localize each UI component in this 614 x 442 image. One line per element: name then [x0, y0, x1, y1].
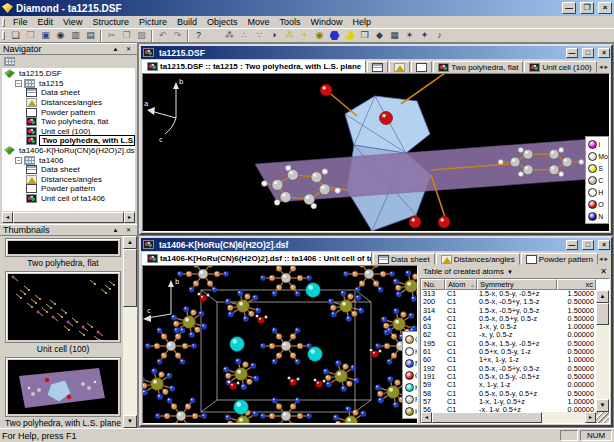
thumbnails-vscrollbar[interactable]: ▲ ▼	[123, 236, 137, 428]
scroll-left-icon[interactable]: ◂	[2, 212, 13, 223]
scroll-up-icon[interactable]: ▲	[123, 236, 137, 249]
thumbnail-two-polyhedra-ls-plane[interactable]: Two polyhedra, with L.S. plane	[5, 357, 121, 428]
menu-picture[interactable]: Picture	[134, 17, 172, 27]
tree-item[interactable]: Distances/angles	[2, 98, 135, 108]
tree-item[interactable]: ta1406-K[HoRu(CN)6(H2O)2].dsf	[2, 146, 135, 156]
table-row[interactable]: 191C10.5-x, 0.5-y, -0.5+z0.50000	[421, 373, 596, 381]
thumbnail-unit-cell-100[interactable]: Unit cell (100)	[5, 271, 121, 355]
menu-help[interactable]: Help	[348, 17, 377, 27]
tab-scroll-left-icon[interactable]: ◂	[599, 255, 603, 263]
table-row[interactable]: 313C11.5-x, 0.5-y, -0.5+z1.50000	[421, 290, 596, 298]
toolbar-undo-button[interactable]: ↶	[155, 29, 170, 42]
toolbar-star-set-button[interactable]: ✶	[402, 29, 417, 42]
scroll-thumb[interactable]	[13, 212, 124, 223]
scroll-track[interactable]	[542, 412, 585, 423]
win1-minimize-button[interactable]: —	[566, 48, 578, 58]
scroll-down-icon[interactable]: ▼	[596, 399, 609, 412]
menu-edit[interactable]: Edit	[33, 17, 59, 27]
tree-item[interactable]: Powder pattern	[2, 184, 135, 194]
close-button[interactable]: ×	[598, 2, 612, 14]
navigator-close-icon[interactable]: ✕	[123, 45, 134, 54]
win2-maximize-button[interactable]: □	[582, 240, 594, 250]
table-hscrollbar[interactable]: ◂ ▸	[421, 412, 609, 423]
tab-unit-cell-ta1406[interactable]: ta1406-K[HoRu(CN)6(H2O)2].dsf :: ta1406 …	[142, 252, 372, 265]
toolbar-save-button[interactable]: ▣	[38, 29, 53, 42]
tab-two-polyhedra-flat[interactable]: Two polyhedra, flat	[433, 61, 523, 73]
table-row[interactable]: 200C10.5-x, -0.5+y, 1.5-z0.50000	[421, 298, 596, 306]
toolbar-grow-polyhedra-button[interactable]: ◗	[267, 29, 282, 42]
table-dropdown-icon[interactable]: ▼	[507, 269, 513, 275]
win1-3d-view[interactable]: b a c IMoSCHON	[142, 73, 610, 232]
table-row[interactable]: 59C1x, 1-y, 1-z0.00000	[421, 381, 596, 389]
tree-item[interactable]: Two polyhedra, flat	[2, 117, 135, 127]
toolbar-build-molecule-button[interactable]: ⁂	[222, 29, 237, 42]
column-header-xc[interactable]: xc	[557, 279, 596, 290]
tree-item[interactable]: Distances/angles	[2, 175, 135, 185]
tab-distances-angles[interactable]: Distances/angles	[436, 253, 520, 265]
toolbar-add-atoms-button[interactable]: +	[297, 29, 312, 42]
table-row[interactable]: 60C11+x, 1-y, 1-z1.00000	[421, 356, 596, 364]
tree-item[interactable]: Powder pattern	[2, 107, 135, 117]
navigator-pin-icon[interactable]: ▲	[110, 45, 121, 54]
menu-objects[interactable]: Objects	[202, 17, 243, 27]
tab-two-polyhedra-ls-plane[interactable]: ta1215.DSF :: ta1215 : Two polyhedra, wi…	[142, 60, 366, 73]
toolbar-context-help-button[interactable]: ?	[191, 29, 206, 42]
toolbar-cut-button[interactable]: ✂	[104, 29, 119, 42]
toolbar-copy-button[interactable]: ❐	[119, 29, 134, 42]
toolbar-unit-cell-box-button[interactable]: ❒	[357, 29, 372, 42]
scroll-right-icon[interactable]: ▸	[585, 412, 596, 423]
menu-structure[interactable]: Structure	[87, 17, 134, 27]
tab-powder[interactable]	[411, 61, 432, 73]
thumbnails-close-icon[interactable]: ✕	[123, 226, 134, 235]
tree-expander-icon[interactable]: −	[15, 80, 22, 87]
tab-unit-cell-100-[interactable]: Unit cell (100)	[524, 61, 596, 73]
column-header-atom[interactable]: Atom▵	[445, 279, 477, 290]
menu-build[interactable]: Build	[172, 17, 202, 27]
scroll-thumb[interactable]	[432, 412, 542, 423]
toolbar-fill-unit-cell-button[interactable]: ⁂	[282, 29, 297, 42]
win1-maximize-button[interactable]: □	[582, 48, 594, 58]
table-row[interactable]: 61C10.5+x, 0.5-y, 1-z0.50000	[421, 348, 596, 356]
column-header-symmetry[interactable]: Symmetry	[477, 279, 557, 290]
toolbar-grip[interactable]	[2, 31, 5, 40]
win1-close-button[interactable]: ×	[598, 48, 610, 58]
thumbnails-pin-icon[interactable]: ▲	[110, 226, 121, 235]
toolbar-hexagon-ring-button[interactable]	[327, 29, 342, 42]
tab-powder-pattern[interactable]: Powder pattern	[521, 253, 598, 265]
tab-data-sheet[interactable]: Data sheet	[373, 253, 435, 265]
menu-grip[interactable]	[2, 18, 5, 27]
win2-minimize-button[interactable]: —	[566, 240, 578, 250]
table-row[interactable]: 192C10.5-x, -0.5+y, 0.5-z0.50000	[421, 365, 596, 373]
menu-move[interactable]: Move	[242, 17, 274, 27]
toolbar-print-preview-button[interactable]: ▥	[68, 29, 83, 42]
toolbar-get-molecules-button[interactable]: ∴	[237, 29, 252, 42]
resize-grip[interactable]	[596, 412, 609, 423]
navigator-hscrollbar[interactable]: ◂ ▸	[2, 212, 135, 223]
table-row[interactable]: 58C10.5-x, 0.5-y, 0.5+z0.50000	[421, 390, 596, 398]
win2-title-bar[interactable]: ta1406-K[HoRu(CN)6(H2O)2].dsf — □ ×	[141, 238, 611, 251]
tab-scroll-left-icon[interactable]: ◂	[599, 63, 603, 71]
tree-item[interactable]: Data sheet	[2, 165, 135, 175]
table-close-icon[interactable]: ✕	[600, 267, 607, 276]
toolbar-polyhedron-button[interactable]: ◆	[372, 29, 387, 42]
tree-item[interactable]: ta1215.DSF	[2, 69, 135, 79]
tab-angles[interactable]	[389, 61, 410, 73]
scroll-track[interactable]	[123, 307, 137, 415]
scroll-thumb[interactable]	[596, 303, 609, 325]
scroll-track[interactable]	[596, 325, 609, 399]
toolbar-find-button[interactable]: ◉	[53, 29, 68, 42]
toolbar-redo-button[interactable]: ↷	[170, 29, 185, 42]
column-header-no-[interactable]: No.	[421, 279, 445, 290]
toolbar-packing-button[interactable]: ▦	[387, 29, 402, 42]
table-vscrollbar[interactable]: ▲ ▼	[596, 290, 609, 412]
toolbar-paste-button[interactable]: ▨	[134, 29, 149, 42]
toolbar-note-button[interactable]: ♪	[432, 29, 447, 42]
table-row[interactable]: 63C11-x, y, 0.5-z1.00000	[421, 323, 596, 331]
menu-file[interactable]: File	[8, 17, 33, 27]
tab-datasheet[interactable]	[367, 61, 388, 73]
tree-item[interactable]: Unit cell of ta1406	[2, 194, 135, 204]
table-row[interactable]: 314C11.5-x, -0.5+y, 0.5-z1.50000	[421, 307, 596, 315]
tree-expander-icon[interactable]: −	[15, 157, 22, 164]
win1-title-bar[interactable]: ta1215.DSF — □ ×	[141, 46, 611, 59]
toolbar-incomplete-ring-button[interactable]	[342, 29, 357, 42]
